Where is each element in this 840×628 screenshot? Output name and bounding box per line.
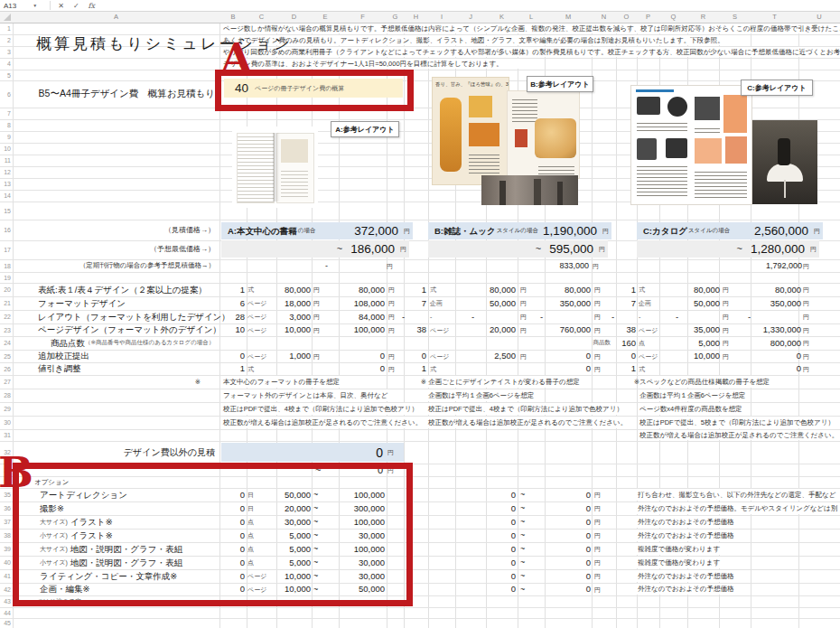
item-b-price-row23[interactable]: 20,000 <box>471 323 516 336</box>
row-header-12[interactable]: 12 <box>0 166 11 178</box>
item-c-price-row23[interactable]: 35,000 <box>676 323 720 336</box>
item-label-row24[interactable]: 商品点数（※商品番号や商品仕様のあるカタログの場合） <box>51 336 231 350</box>
item-a-price-row20[interactable]: 80,000 <box>269 283 311 296</box>
item-c-amount-row23[interactable]: 1,330,000 <box>748 323 801 336</box>
item-a-amount-row23[interactable]: 100,000 <box>337 323 385 336</box>
row-header-9[interactable]: 9 <box>0 131 11 143</box>
item-a-qty-row25[interactable]: 0 <box>219 350 245 362</box>
row-header-4[interactable]: 4 <box>0 58 11 70</box>
item-b-amount-row22[interactable]: - <box>540 310 591 323</box>
block-b-estimate-row[interactable]: B:雑誌・ムック スタイルの場合 1,190,000 円 <box>428 222 611 239</box>
item-c-qty-row26[interactable]: 1 <box>611 362 636 375</box>
item-c-price-row24[interactable]: 5,000 <box>676 336 720 350</box>
column-header-T[interactable]: T <box>751 11 798 23</box>
name-box-dropdown-icon[interactable]: ▼ <box>33 3 37 8</box>
column-header-A[interactable]: A <box>13 11 219 23</box>
column-header-H[interactable]: H <box>404 11 428 23</box>
block-b-periodical-value[interactable]: 833,000 <box>506 260 589 271</box>
row-header-1[interactable]: 1 <box>0 23 11 34</box>
item-b-price-row22[interactable]: - <box>471 310 516 323</box>
block-note-b-3[interactable]: 校正はPDFで提出、4校まで（印刷方法により追加で色校アリ） <box>428 402 636 416</box>
row-header-43[interactable]: 43 <box>0 595 11 607</box>
block-a-estimate-row[interactable]: A:本文中心の書籍 の場合 372,000 円 <box>221 222 413 239</box>
row-header-18[interactable]: 18 <box>0 259 11 272</box>
item-a-amount-row21[interactable]: 108,000 <box>337 296 385 310</box>
option-note-row35[interactable]: 打ち合わせ、撮影立ち合い、以下の外注先などの選定、手配など <box>638 488 840 501</box>
top-note-2[interactable]: あくまでデザイン費のみの見積もり。アートディレクション、撮影、イラスト、地図・グ… <box>223 34 837 46</box>
row-header-27[interactable]: 27 <box>0 375 11 389</box>
item-c-amount-row21[interactable]: 350,000 <box>748 296 801 310</box>
option-note-row39[interactable]: 複雑度で価格が変わります <box>638 542 840 556</box>
item-label-row25[interactable]: 追加校正提出 <box>38 350 219 362</box>
name-box[interactable]: A13 <box>4 2 16 10</box>
block-b-minimum-row[interactable]: ~ 595,000 円 <box>428 240 608 258</box>
item-c-qty-row24[interactable]: 160 <box>611 336 636 350</box>
item-b-qty-row23[interactable]: 38 <box>402 323 426 336</box>
item-c-qty-row22[interactable]: - <box>611 310 636 323</box>
row-header-17[interactable]: 17 <box>0 240 11 259</box>
row-header-36[interactable]: 36 <box>0 501 11 515</box>
row-header-25[interactable]: 25 <box>0 350 11 362</box>
row-header-19[interactable]: 19 <box>0 272 11 283</box>
column-header-U[interactable]: U <box>798 11 840 23</box>
option-mid-zero1-row35[interactable]: 0 <box>471 488 516 501</box>
item-c-amount-row24[interactable]: 800,000 <box>748 336 801 350</box>
row-header-38[interactable]: 38 <box>0 529 11 542</box>
item-label-row20[interactable]: 表紙:表１/表４デザイン（２案以上の提案） <box>38 283 219 296</box>
item-c-qty-row20[interactable]: 1 <box>611 283 636 296</box>
item-c-qty-row25[interactable]: 0 <box>611 350 636 362</box>
row-header-10[interactable]: 10 <box>0 143 11 155</box>
subject-label[interactable]: B5〜A4冊子デザイン費 概算お見積もり <box>13 86 215 101</box>
column-header-I[interactable]: I <box>428 11 455 23</box>
option-mid-zero1-row36[interactable]: 0 <box>471 501 516 515</box>
block-note-b-1[interactable]: 企画ごとにデザインテイストが変わる冊子の想定 <box>428 375 636 389</box>
item-b-amount-row20[interactable]: 80,000 <box>540 283 591 296</box>
estimate-price-label[interactable]: （見積価格→） <box>99 224 215 237</box>
block-note-a-1[interactable]: 本文中心のフォーマットの冊子を想定 <box>223 375 431 389</box>
item-a-qty-row23[interactable]: 10 <box>219 323 245 336</box>
row-header-8[interactable]: 8 <box>0 119 11 131</box>
item-a-qty-row21[interactable]: 6 <box>219 296 245 310</box>
row-header-30[interactable]: 30 <box>0 416 11 429</box>
column-header-J[interactable]: J <box>455 11 486 23</box>
item-b-qty-row21[interactable]: 7 <box>402 296 426 310</box>
item-a-price-row23[interactable]: 10,000 <box>269 323 311 336</box>
column-header-L[interactable]: L <box>518 11 545 23</box>
row-header-37[interactable]: 37 <box>0 515 11 529</box>
column-header-E[interactable]: E <box>312 11 339 23</box>
row-header-20[interactable]: 20 <box>0 283 11 296</box>
item-c-price-row20[interactable]: 80,000 <box>676 283 720 296</box>
column-header-M[interactable]: M <box>545 11 592 23</box>
column-header-S[interactable]: S <box>719 11 751 23</box>
row-header-39[interactable]: 39 <box>0 542 11 556</box>
item-a-qty-row20[interactable]: 1 <box>219 283 245 296</box>
block-note-c-5[interactable]: 校正数が増える場合は追加校正が足されるのでご注意ください。 <box>639 429 840 441</box>
block-a-periodical-value[interactable]: - <box>325 260 343 271</box>
option-mid-zero2-row41[interactable]: 0 <box>540 569 591 583</box>
option-mid-zero2-row36[interactable]: 0 <box>540 501 591 515</box>
block-note-c-2[interactable]: 企画数は平均１企画6ページを想定 <box>639 389 840 402</box>
minimum-price-label[interactable]: （予想最低価格→） <box>99 243 215 256</box>
layout-label-b[interactable]: B:参考レイアウト <box>527 76 593 92</box>
top-note-3[interactable]: やり取り回数が多めの商業利用冊子（クライアントなどによってチェックする人や部署が… <box>223 46 837 58</box>
item-b-price-row25[interactable]: 2,500 <box>471 350 516 362</box>
item-a-qty-row22[interactable]: 28 <box>219 310 245 323</box>
item-label-row23[interactable]: ページデザイン（フォーマット外のデザイン） <box>38 323 219 336</box>
column-header-C[interactable]: C <box>247 11 276 23</box>
option-note-row36[interactable]: 外注なのでおおよその予想価格。モデルやスタイリングなどは別 <box>638 501 840 515</box>
option-mid-zero2-row42[interactable]: 0 <box>540 583 591 595</box>
row-header-24[interactable]: 24 <box>0 336 11 350</box>
periodical-price-label[interactable]: （定期刊行物の場合の参考予想見積価格→） <box>13 260 215 271</box>
row-header-45[interactable]: 45 <box>0 618 11 628</box>
row-header-21[interactable]: 21 <box>0 296 11 310</box>
layout-label-c[interactable]: C:参考レイアウト <box>741 80 813 96</box>
item-a-amount-row26[interactable]: 0 <box>337 362 385 375</box>
item-b-price-row20[interactable]: 80,000 <box>471 283 516 296</box>
column-header-B[interactable]: B <box>219 11 247 23</box>
option-note-row37[interactable]: 外注なのでおおよその予想価格 <box>638 515 840 529</box>
item-c-amount-row22[interactable]: - <box>748 310 801 323</box>
accept-icon[interactable]: ✓ <box>73 2 79 10</box>
item-a-price-row25[interactable]: 1,000 <box>269 350 311 362</box>
row-header-7[interactable]: 7 <box>0 108 11 119</box>
item-label-row22[interactable]: レイアウト（フォーマットを利用したデザイン） <box>38 310 219 323</box>
